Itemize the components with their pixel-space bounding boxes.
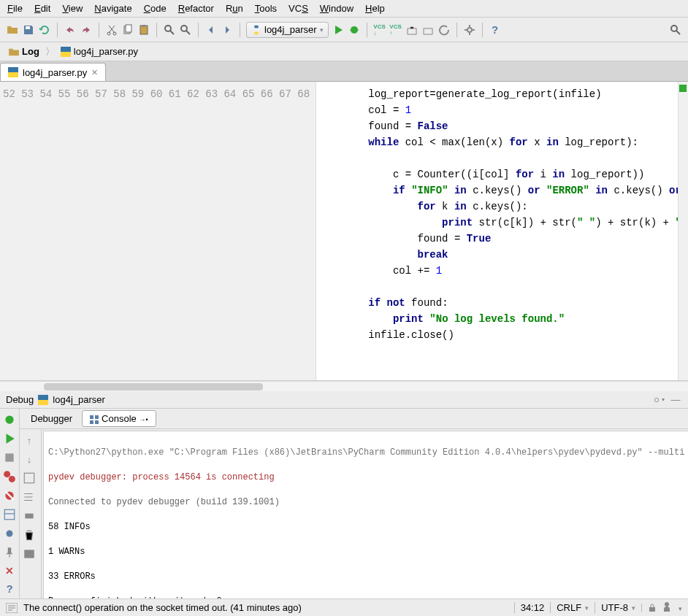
editor-tabs: log4j_parser.py ✕ [0, 61, 688, 82]
refresh-icon[interactable] [38, 23, 51, 36]
svg-rect-4 [126, 25, 131, 32]
status-message: The connect() operation on the socket ti… [23, 602, 302, 613]
breadcrumb-file-label: log4j_parser.py [74, 46, 138, 57]
trash-dropdown-icon[interactable] [677, 602, 682, 613]
vcs-history-icon[interactable] [405, 23, 418, 36]
menu-code[interactable]: Code [144, 3, 167, 14]
menu-view[interactable]: View [62, 3, 83, 14]
menu-help[interactable]: Help [365, 3, 385, 14]
soft-wrap-icon[interactable] [23, 471, 36, 485]
layout-icon[interactable] [3, 508, 16, 521]
breadcrumb-root-label: Log [22, 46, 39, 57]
menu-edit[interactable]: Edit [34, 3, 50, 14]
menu-navigate[interactable]: Navigate [94, 3, 131, 14]
search-everywhere-icon[interactable] [669, 23, 682, 36]
debugger-tab[interactable]: Debugger [23, 410, 80, 427]
console-output[interactable]: C:\Python27\python.exe "C:\Program Files… [43, 431, 688, 616]
breadcrumb-root[interactable]: Log [4, 45, 44, 58]
menu-file[interactable]: File [7, 3, 23, 14]
open-icon[interactable] [6, 23, 19, 36]
svg-rect-11 [424, 28, 432, 34]
console-tab[interactable]: Console →• [82, 410, 156, 427]
minimize-icon[interactable]: — [669, 393, 682, 407]
find-icon[interactable] [163, 23, 176, 36]
view-breakpoints-icon[interactable] [3, 470, 16, 483]
pin-icon[interactable] [3, 546, 16, 559]
down-icon[interactable]: ↓ [23, 453, 36, 466]
help2-icon[interactable]: ? [3, 582, 16, 595]
menu-refactor[interactable]: Refactor [178, 3, 214, 14]
menu-vcs[interactable]: VCS [288, 3, 308, 14]
editor-tab[interactable]: log4j_parser.py ✕ [0, 63, 106, 81]
scroll-end-icon[interactable] [23, 490, 36, 504]
vcs-update-icon[interactable]: VCS↓ [373, 23, 386, 36]
vcs-revert-icon[interactable] [421, 23, 435, 36]
paste-icon[interactable] [137, 23, 150, 36]
close-tab-icon[interactable]: ✕ [91, 68, 98, 77]
breadcrumb-bar: Log 〉 log4j_parser.py [0, 42, 688, 61]
menu-run[interactable]: Run [226, 3, 243, 14]
settings-icon[interactable] [463, 23, 476, 36]
svg-point-24 [9, 476, 15, 482]
gear-icon[interactable]: ▾ [651, 393, 665, 407]
svg-rect-10 [408, 28, 416, 34]
stop-icon[interactable] [3, 451, 16, 464]
code-area[interactable]: log_report=generate_log_report(infile) c… [316, 82, 678, 380]
mute-breakpoints-icon[interactable] [3, 489, 16, 502]
svg-rect-36 [24, 550, 34, 558]
replace-icon[interactable] [179, 23, 192, 36]
menu-tools[interactable]: Tools [255, 3, 277, 14]
debug-icon[interactable] [348, 23, 361, 36]
copy-icon[interactable] [121, 23, 134, 36]
menu-window[interactable]: Window [320, 3, 353, 14]
hector-icon[interactable] [662, 601, 671, 614]
vcs-undo-icon[interactable] [437, 23, 451, 36]
vcs-commit-icon[interactable]: VCS↑ [389, 23, 402, 36]
svg-point-21 [5, 415, 13, 423]
console-line: pydev debugger: process 14564 is connect… [48, 472, 275, 482]
svg-rect-17 [8, 72, 18, 77]
marker-strip [678, 82, 688, 380]
encoding[interactable]: UTF-8 [595, 602, 635, 613]
save-icon[interactable] [22, 23, 35, 36]
undo-icon[interactable] [64, 23, 77, 36]
svg-rect-31 [95, 420, 99, 424]
rerun-icon[interactable] [3, 413, 16, 426]
debug-main: Debugger Console →• ↑ ↓ [20, 409, 688, 598]
settings2-icon[interactable] [3, 527, 16, 540]
editor-scrollbar[interactable] [0, 381, 688, 391]
svg-rect-0 [26, 26, 30, 29]
back-icon[interactable] [205, 23, 218, 36]
filter-icon[interactable] [23, 547, 36, 561]
line-gutter: 52 53 54 55 56 57 58 59 60 61 62 63 64 6… [0, 82, 316, 380]
svg-rect-29 [95, 415, 99, 419]
help-icon[interactable]: ? [489, 23, 502, 36]
python-file-icon [8, 67, 18, 77]
folder-icon [9, 47, 19, 56]
debug-title: Debug [6, 394, 34, 405]
breadcrumb-sep-icon: 〉 [45, 45, 55, 58]
forward-icon[interactable] [221, 23, 234, 36]
toolbar: log4j_parser ▾ VCS↓ VCS↑ ? [0, 18, 688, 42]
lock-icon[interactable] [641, 604, 657, 612]
menu-bar: File Edit View Navigate Code Refactor Ru… [0, 0, 688, 18]
up-icon[interactable]: ↑ [23, 434, 36, 447]
cursor-position: 34:12 [514, 602, 545, 613]
breadcrumb-file[interactable]: log4j_parser.py [56, 45, 142, 58]
line-separator[interactable]: CRLF [550, 602, 589, 613]
svg-rect-26 [4, 509, 15, 520]
python-icon [251, 25, 261, 35]
clear-icon[interactable] [23, 528, 36, 542]
event-log-icon[interactable] [6, 603, 18, 613]
run-icon[interactable] [332, 23, 345, 36]
close-debug-icon[interactable]: ✕ [3, 565, 16, 577]
svg-point-39 [665, 602, 669, 607]
svg-rect-30 [90, 420, 93, 424]
cut-icon[interactable] [105, 23, 118, 36]
python-file-icon [61, 47, 71, 57]
resume-icon[interactable] [3, 432, 16, 445]
redo-icon[interactable] [80, 23, 93, 36]
svg-rect-22 [5, 453, 13, 461]
print-icon[interactable] [23, 509, 36, 523]
run-configuration[interactable]: log4j_parser ▾ [246, 22, 329, 38]
